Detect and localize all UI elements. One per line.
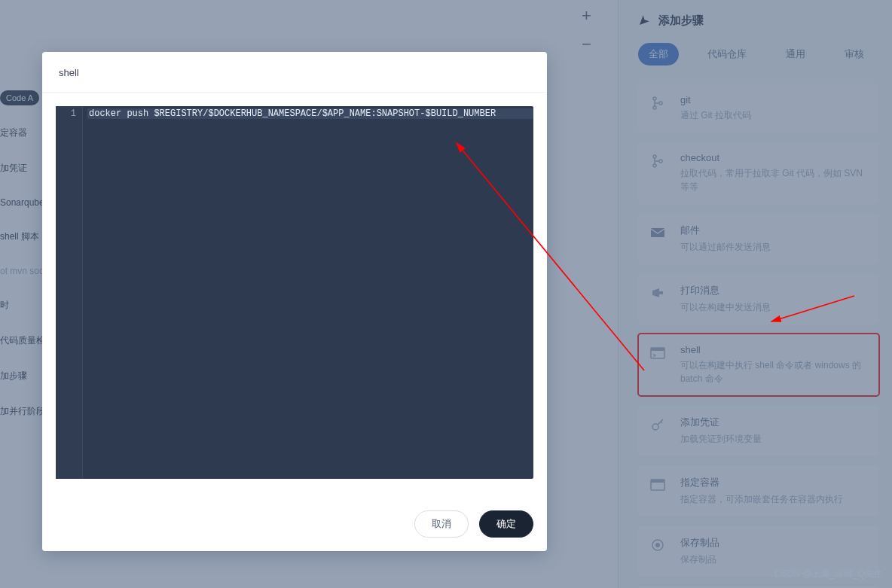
watermark: CSDN @上海_运维_Q先生: [774, 568, 883, 580]
modal-body: 1 docker push $REGISTRY/$DOCKERHUB_NAMES…: [42, 93, 547, 501]
modal-title: shell: [42, 52, 547, 93]
shell-modal: shell 1 docker push $REGISTRY/$DOCKERHUB…: [42, 52, 547, 551]
editor-gutter: 1: [56, 106, 83, 479]
line-number: 1: [56, 108, 76, 119]
code-editor[interactable]: 1 docker push $REGISTRY/$DOCKERHUB_NAMES…: [56, 106, 533, 479]
cancel-button[interactable]: 取消: [414, 510, 469, 538]
confirm-button[interactable]: 确定: [479, 510, 533, 538]
modal-footer: 取消 确定: [42, 501, 547, 551]
code-line: docker push $REGISTRY/$DOCKERHUB_NAMESPA…: [87, 108, 533, 119]
editor-content[interactable]: docker push $REGISTRY/$DOCKERHUB_NAMESPA…: [83, 106, 533, 479]
